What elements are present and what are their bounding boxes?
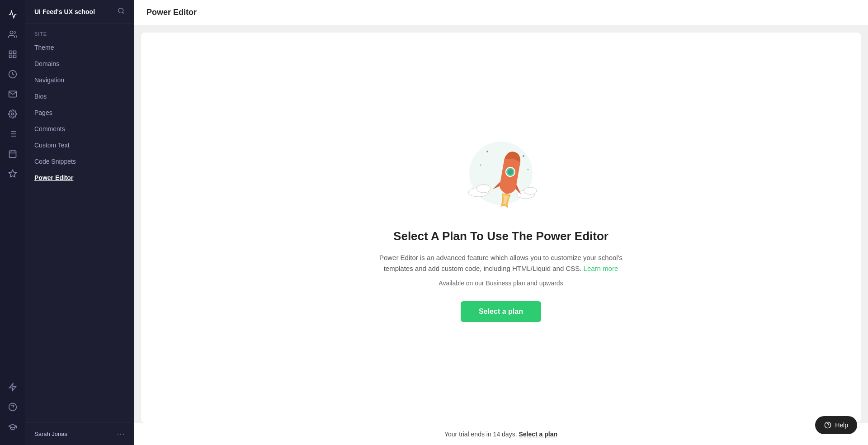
content-area: Select A Plan To Use The Power Editor Po… [134,25,868,423]
svg-rect-13 [9,151,16,157]
upgrade-title: Select A Plan To Use The Power Editor [393,229,609,243]
svg-point-6 [12,113,14,115]
svg-marker-18 [9,383,16,391]
upgrade-description: Power Editor is an advanced feature whic… [365,252,637,274]
trial-text: Your trial ends in 14 days. [444,431,517,438]
svg-point-0 [10,31,13,34]
rocket-illustration [456,133,546,215]
sidebar-item-theme[interactable]: Theme [25,39,134,56]
revenue-icon[interactable] [4,65,22,83]
svg-rect-3 [14,55,16,58]
lightning-icon[interactable] [4,378,22,396]
select-plan-button[interactable]: Select a plan [461,301,541,322]
search-icon[interactable] [118,7,125,16]
user-name: Sarah Jonas [34,431,67,437]
svg-rect-2 [14,51,16,54]
sidebar-item-bios[interactable]: Bios [25,88,134,104]
sidebar-item-label: Custom Text [34,142,70,149]
users-icon[interactable] [4,25,22,43]
svg-point-25 [476,185,491,193]
help-button-label: Help [835,421,848,429]
sidebar: UI Feed's UX school SITE Theme Domains N… [25,0,134,445]
sidebar-item-label: Comments [34,125,65,133]
svg-point-28 [486,151,488,152]
graduation-icon[interactable] [4,418,22,436]
learn-more-link[interactable]: Learn more [584,265,618,272]
svg-point-21 [118,8,123,13]
sidebar-header: UI Feed's UX school [25,0,134,24]
sidebar-item-label: Power Editor [34,174,73,181]
svg-point-27 [524,187,537,194]
site-section-label: SITE [25,24,134,39]
svg-marker-17 [9,170,17,177]
sidebar-nav: SITE Theme Domains Navigation Bios Pages… [25,24,134,422]
svg-point-30 [480,165,481,166]
sidebar-item-domains[interactable]: Domains [25,56,134,72]
icon-rail-bottom [4,378,22,436]
analytics-icon[interactable] [4,5,22,24]
sidebar-item-custom-text[interactable]: Custom Text [25,137,134,153]
help-button[interactable]: Help [815,416,857,434]
settings-icon[interactable] [4,105,22,123]
tools-icon[interactable] [4,165,22,183]
sidebar-item-code-snippets[interactable]: Code Snippets [25,153,134,170]
icon-rail [0,0,25,445]
sidebar-item-label: Domains [34,60,59,67]
app-title: UI Feed's UX school [34,8,95,15]
svg-point-29 [523,155,524,157]
help-button-icon [824,421,831,429]
main-wrapper: Power Editor [134,0,868,445]
sidebar-footer: Sarah Jonas ⋯ [25,422,134,445]
sidebar-item-label: Theme [34,44,54,51]
sidebar-item-label: Pages [34,109,52,116]
help-circle-icon[interactable] [4,398,22,416]
calendar-icon[interactable] [4,145,22,163]
sidebar-item-pages[interactable]: Pages [25,104,134,121]
mail-icon[interactable] [4,85,22,103]
svg-rect-4 [9,55,12,58]
svg-point-31 [528,169,529,170]
page-title: Power Editor [146,8,197,17]
icon-rail-top [4,5,22,376]
dashboard-icon[interactable] [4,45,22,63]
sidebar-item-label: Navigation [34,76,64,84]
trial-select-plan-link[interactable]: Select a plan [519,431,557,438]
sidebar-item-label: Code Snippets [34,158,76,165]
sidebar-item-navigation[interactable]: Navigation [25,72,134,88]
more-icon[interactable]: ⋯ [117,429,125,439]
availability-text: Available on our Business plan and upwar… [439,279,563,287]
svg-rect-1 [9,51,12,54]
upgrade-card: Select A Plan To Use The Power Editor Po… [141,33,861,423]
library-icon[interactable] [4,125,22,143]
sidebar-item-comments[interactable]: Comments [25,121,134,137]
svg-line-22 [123,12,124,14]
sidebar-item-power-editor[interactable]: Power Editor [25,170,134,186]
trial-bar: Your trial ends in 14 days. Select a pla… [134,423,868,445]
topbar: Power Editor [134,0,868,25]
sidebar-item-label: Bios [34,93,47,100]
